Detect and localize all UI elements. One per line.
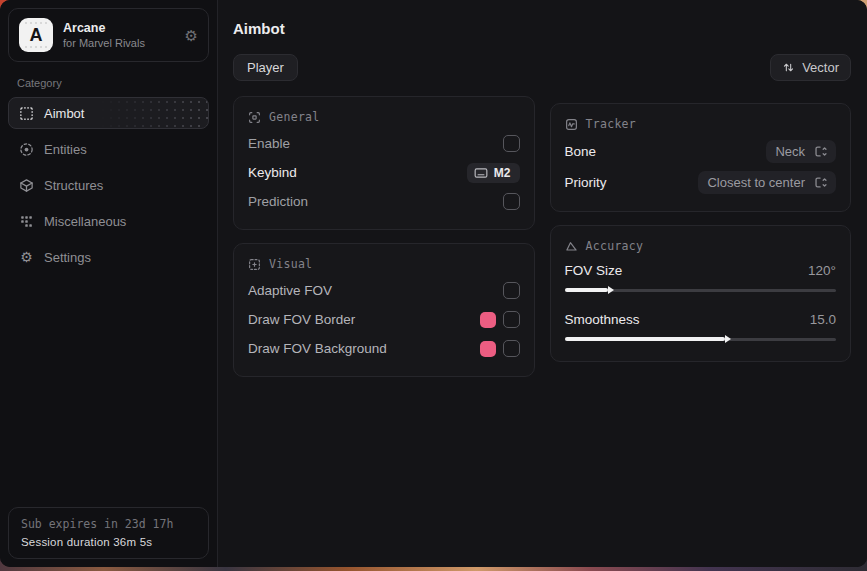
sidebar-item-aimbot[interactable]: Aimbot [8, 97, 209, 129]
slider-fill [565, 337, 725, 341]
sidebar-item-label: Miscellaneous [44, 214, 126, 229]
prediction-row: Prediction [248, 187, 520, 216]
fov-border-row: Draw FOV Border [248, 305, 520, 334]
app-window: A Arcane for Marvel Rivals ⚙ Category Ai… [0, 0, 867, 567]
priority-label: Priority [565, 175, 607, 190]
vector-button-label: Vector [802, 60, 839, 75]
keybind-row: Keybind M2 [248, 158, 520, 187]
fov-size-label: FOV Size [565, 263, 623, 278]
scan-icon [248, 111, 261, 124]
sidebar-item-label: Settings [44, 250, 91, 265]
app-name: Arcane [63, 21, 175, 35]
fov-background-color-swatch[interactable] [480, 341, 496, 357]
tab-player[interactable]: Player [233, 54, 298, 81]
angle-triangle-icon [565, 240, 578, 253]
sort-arrows-icon [782, 61, 795, 74]
keybind-value: M2 [494, 166, 511, 180]
adaptive-fov-checkbox[interactable] [503, 282, 520, 299]
toolbar: Player Vector [233, 54, 851, 81]
smoothness-label: Smoothness [565, 312, 640, 327]
fov-border-controls [480, 311, 520, 328]
app-logo: A [19, 18, 53, 52]
keybind-button[interactable]: M2 [467, 163, 520, 183]
right-column: Tracker Bone Neck Priority [550, 103, 852, 362]
fov-size-value: 120° [808, 263, 836, 278]
sidebar-item-entities[interactable]: Entities [8, 133, 209, 165]
tracker-card-header: Tracker [565, 117, 837, 131]
sidebar-item-miscellaneous[interactable]: Miscellaneous [8, 205, 209, 237]
slider-fill [565, 288, 608, 292]
app-subtitle: for Marvel Rivals [63, 37, 175, 49]
fov-size-slider[interactable] [565, 285, 837, 295]
fov-border-checkbox[interactable] [503, 311, 520, 328]
keybind-label: Keybind [248, 165, 297, 180]
smoothness-slider[interactable] [565, 334, 837, 344]
sidebar-item-label: Structures [44, 178, 103, 193]
prediction-checkbox[interactable] [503, 193, 520, 210]
select-bracket-icon [814, 176, 827, 189]
bone-value: Neck [775, 144, 805, 159]
fov-border-color-swatch[interactable] [480, 312, 496, 328]
sidebar-item-label: Entities [44, 142, 87, 157]
app-meta: Arcane for Marvel Rivals [63, 21, 175, 49]
page-title: Aimbot [233, 20, 851, 37]
enable-row: Enable [248, 129, 520, 158]
card-title: General [269, 110, 320, 124]
enable-label: Enable [248, 136, 290, 151]
sidebar-item-label: Aimbot [44, 106, 84, 121]
fov-size-head: FOV Size 120° [565, 258, 837, 282]
smoothness-head: Smoothness 15.0 [565, 307, 837, 331]
slider-thumb[interactable] [725, 335, 731, 343]
sidebar-item-structures[interactable]: Structures [8, 169, 209, 201]
vector-button[interactable]: Vector [770, 54, 851, 81]
gear-icon: ⚙ [19, 250, 34, 264]
sidebar-spacer [8, 273, 209, 507]
adaptive-fov-label: Adaptive FOV [248, 283, 332, 298]
priority-dropdown[interactable]: Closest to center [698, 171, 836, 194]
select-bracket-icon [814, 145, 827, 158]
activity-box-icon [565, 118, 578, 131]
fov-background-checkbox[interactable] [503, 340, 520, 357]
visual-card: Visual Adaptive FOV Draw FOV Border [233, 243, 535, 377]
accuracy-card: Accuracy FOV Size 120° [550, 225, 852, 362]
fov-background-label: Draw FOV Background [248, 341, 387, 356]
priority-row: Priority Closest to center [565, 167, 837, 198]
dot-pattern-decoration [99, 98, 208, 128]
enable-checkbox[interactable] [503, 135, 520, 152]
category-label: Category [17, 77, 209, 89]
settings-gear-icon[interactable]: ⚙ [185, 28, 198, 43]
bone-label: Bone [565, 144, 597, 159]
slider-thumb[interactable] [608, 286, 614, 294]
bone-row: Bone Neck [565, 136, 837, 167]
card-title: Tracker [586, 117, 637, 131]
smoothness-slider-block: Smoothness 15.0 [565, 307, 837, 344]
general-card-header: General [248, 110, 520, 124]
entities-icon [19, 142, 34, 157]
fov-size-slider-block: FOV Size 120° [565, 258, 837, 295]
card-title: Visual [269, 257, 312, 271]
dots-grid-icon [19, 214, 34, 229]
fov-background-row: Draw FOV Background [248, 334, 520, 363]
tracker-card: Tracker Bone Neck Priority [550, 103, 852, 212]
visual-card-header: Visual [248, 257, 520, 271]
prediction-label: Prediction [248, 194, 308, 209]
keyboard-icon [474, 166, 488, 180]
card-title: Accuracy [586, 239, 644, 253]
category-menu: Aimbot Entities Structures [8, 97, 209, 273]
subscription-status-card: Sub expires in 23d 17h Session duration … [8, 507, 209, 559]
fov-border-label: Draw FOV Border [248, 312, 355, 327]
cube-icon [19, 178, 34, 193]
left-column: General Enable Keybind M2 [233, 96, 535, 377]
adaptive-fov-row: Adaptive FOV [248, 276, 520, 305]
sidebar: A Arcane for Marvel Rivals ⚙ Category Ai… [0, 0, 218, 567]
accuracy-card-header: Accuracy [565, 239, 837, 253]
session-duration-text: Session duration 36m 5s [21, 536, 196, 548]
sidebar-item-settings[interactable]: ⚙ Settings [8, 241, 209, 273]
fov-background-controls [480, 340, 520, 357]
bone-dropdown[interactable]: Neck [766, 140, 836, 163]
app-logo-card: A Arcane for Marvel Rivals ⚙ [8, 8, 209, 62]
crosshair-scan-icon [19, 106, 34, 121]
tab-player-label: Player [247, 60, 284, 75]
priority-value: Closest to center [707, 175, 805, 190]
main-content: Aimbot Player Vector [218, 0, 867, 567]
